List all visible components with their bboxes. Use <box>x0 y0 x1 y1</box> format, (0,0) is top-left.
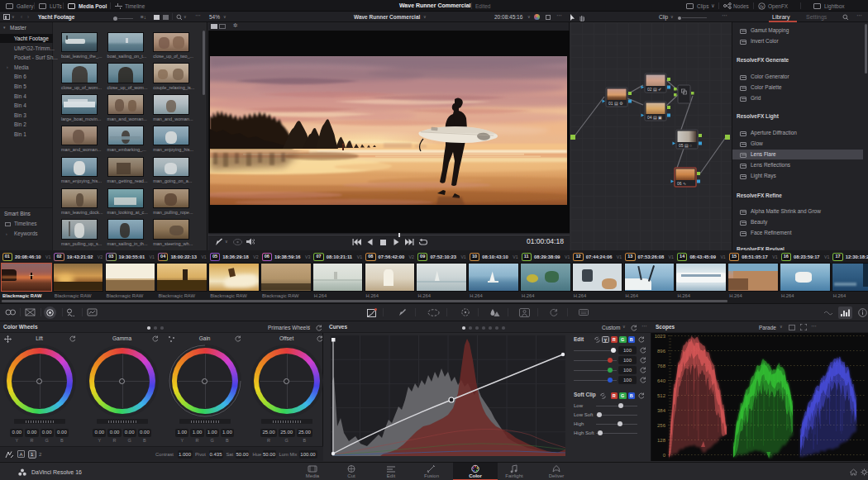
svg-text:640: 640 <box>657 378 666 383</box>
svg-text:fx: fx <box>760 3 764 8</box>
svg-text:896: 896 <box>657 349 666 354</box>
svg-text:128: 128 <box>657 438 666 443</box>
svg-text:384: 384 <box>657 408 666 413</box>
svg-text:768: 768 <box>657 364 666 368</box>
svg-text:05 ▤ ○: 05 ▤ ○ <box>679 143 692 148</box>
svg-text:256: 256 <box>657 423 666 428</box>
svg-text:01 ▤ ⚙: 01 ▤ ⚙ <box>608 101 623 106</box>
svg-text:512: 512 <box>657 393 666 398</box>
svg-text:1023: 1023 <box>655 334 666 339</box>
svg-text:02 ▤ ✐: 02 ▤ ✐ <box>647 87 661 92</box>
svg-text:04 ▤ ▣: 04 ▤ ▣ <box>647 115 662 120</box>
svg-text:06 ∿: 06 ∿ <box>677 181 686 186</box>
